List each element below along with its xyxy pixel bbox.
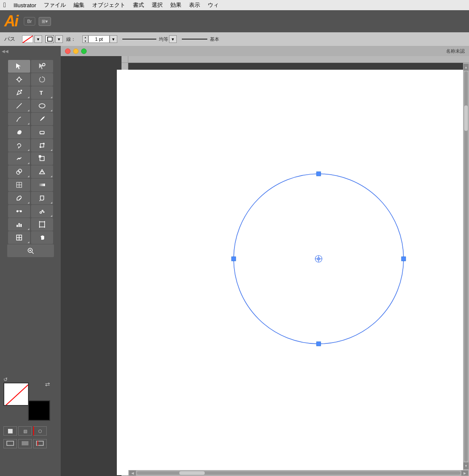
scroll-down-button[interactable]: ▼ <box>463 462 469 469</box>
direct-selection-tool[interactable] <box>31 60 53 73</box>
fill-control[interactable]: ▾ <box>45 35 63 43</box>
menu-edit[interactable]: 編集 <box>73 1 85 9</box>
stroke-weight-input[interactable]: 1 pt <box>88 35 110 43</box>
line-tool[interactable] <box>8 99 30 112</box>
scroll-thumb-v[interactable] <box>464 105 468 131</box>
fill-color-swatch[interactable] <box>3 382 29 406</box>
brush-tool[interactable] <box>31 113 53 125</box>
menu-type[interactable]: 書式 <box>133 1 144 9</box>
tool-row-3: T <box>2 86 59 99</box>
mesh-tool[interactable] <box>8 178 30 191</box>
tool-submenu-indicator <box>28 149 29 151</box>
dash-dropdown[interactable]: ▾ <box>169 35 177 43</box>
slice-tool[interactable] <box>8 231 30 244</box>
perspective-grid-tool[interactable] <box>31 165 53 178</box>
column-graph-tool[interactable] <box>8 218 30 231</box>
blend-tool[interactable] <box>8 205 30 218</box>
normal-view-button[interactable]: ⬜ <box>3 426 17 436</box>
basic-label: 基本 <box>210 36 219 42</box>
stroke-color-preview[interactable] <box>22 35 33 43</box>
svg-point-31 <box>20 210 22 212</box>
menu-illustrator[interactable]: Illustrator <box>14 2 36 8</box>
eyedropper-tool[interactable] <box>8 192 30 204</box>
minimize-button[interactable] <box>73 48 79 54</box>
zoom-tool[interactable] <box>7 244 54 257</box>
menu-view[interactable]: 表示 <box>189 1 200 9</box>
apple-menu[interactable]:  <box>3 1 6 9</box>
symbol-sprayer-tool[interactable] <box>31 205 53 218</box>
stroke-color-dropdown[interactable]: ▾ <box>34 35 42 43</box>
screen-mode-2[interactable] <box>18 439 32 448</box>
menu-object[interactable]: オブジェクト <box>92 1 125 9</box>
main-toolbar: Ai Br ⊞▾ <box>0 10 469 32</box>
swap-colors-button[interactable]: ⇄ <box>45 381 50 388</box>
preview-view-button[interactable]: ▧ <box>18 426 32 436</box>
pencil-tool[interactable] <box>8 113 30 125</box>
free-transform-tool[interactable] <box>31 152 53 165</box>
scroll-right-button[interactable]: ▶ <box>461 470 468 476</box>
bridge-button[interactable]: Br <box>24 17 35 26</box>
svg-text:T: T <box>40 90 43 96</box>
center-icon <box>315 255 322 262</box>
top-handle <box>316 172 321 176</box>
pen-tool[interactable] <box>8 86 30 99</box>
tool-row-8 <box>2 152 59 165</box>
artboard-tool[interactable] <box>31 218 53 231</box>
fill-dropdown[interactable]: ▾ <box>55 35 63 43</box>
magic-wand-tool[interactable] <box>8 73 30 86</box>
menu-window[interactable]: ウィ <box>208 1 219 9</box>
selection-tool[interactable] <box>8 60 30 73</box>
menu-select[interactable]: 選択 <box>152 1 163 9</box>
eraser-tool[interactable] <box>31 126 53 139</box>
spinner-up[interactable]: ▲ <box>83 36 88 40</box>
svg-rect-35 <box>17 225 18 227</box>
reset-colors-button[interactable]: ↺ <box>3 377 8 382</box>
dash-pattern-control[interactable]: 均等 ▾ <box>121 35 177 43</box>
screen-mode-3[interactable] <box>33 439 47 448</box>
ellipse-tool[interactable] <box>31 99 53 112</box>
artboard[interactable] <box>117 70 468 475</box>
stroke-weight-dropdown[interactable]: ▾ <box>110 35 117 43</box>
svg-point-17 <box>19 158 20 159</box>
screen-mode-1[interactable] <box>3 439 17 448</box>
menu-file[interactable]: ファイル <box>44 1 66 9</box>
maximize-button[interactable] <box>81 48 87 54</box>
menu-effect[interactable]: 効果 <box>170 1 181 9</box>
tool-submenu-indicator <box>28 228 29 230</box>
tool-row-7 <box>2 139 59 152</box>
hand-tool[interactable] <box>31 231 53 244</box>
close-button[interactable] <box>65 48 71 54</box>
scroll-up-button[interactable]: ▲ <box>463 64 469 71</box>
workspace-button[interactable]: ⊞▾ <box>39 17 51 26</box>
fill-preview[interactable] <box>45 35 54 43</box>
tool-submenu-indicator <box>51 110 52 111</box>
stroke-color-control[interactable]: ▾ <box>22 35 42 43</box>
svg-point-8 <box>17 78 21 81</box>
scroll-track-h <box>137 471 461 475</box>
scroll-thumb-h[interactable] <box>179 471 205 475</box>
color-swatch-area: ↺ ⇄ <box>3 382 50 421</box>
basic-control[interactable]: 基本 <box>180 36 219 42</box>
blob-brush-tool[interactable] <box>8 126 30 139</box>
type-tool[interactable]: T <box>31 86 53 99</box>
ellipse-shape[interactable] <box>232 172 406 346</box>
rotate-tool[interactable] <box>8 139 30 152</box>
stroke-color-swatch[interactable] <box>28 400 50 421</box>
shape-builder-tool[interactable] <box>8 165 30 178</box>
scroll-left-button[interactable]: ◀ <box>129 470 136 476</box>
warp-tool[interactable] <box>8 152 30 165</box>
gradient-tool[interactable] <box>31 178 53 191</box>
tool-submenu-indicator <box>51 202 52 204</box>
canvas-area: /* ruler ticks rendered via JS below */ … <box>61 46 469 476</box>
stroke-weight-spinner[interactable]: ▲ ▼ <box>82 35 88 43</box>
screen-mode-buttons <box>3 439 47 448</box>
vertical-scrollbar[interactable]: ▲ ▼ <box>463 63 469 470</box>
tool-submenu-indicator <box>28 162 29 164</box>
scale-tool[interactable] <box>31 139 53 152</box>
horizontal-scrollbar[interactable]: ◀ ▶ <box>128 470 469 476</box>
collapse-toolbar-button[interactable]: ◀◀ <box>0 46 10 56</box>
overprint-view-button[interactable]: ⬡ <box>33 426 47 436</box>
paint-bucket-tool[interactable] <box>31 192 53 204</box>
lasso-tool[interactable] <box>31 73 53 86</box>
spinner-down[interactable]: ▼ <box>83 40 88 43</box>
